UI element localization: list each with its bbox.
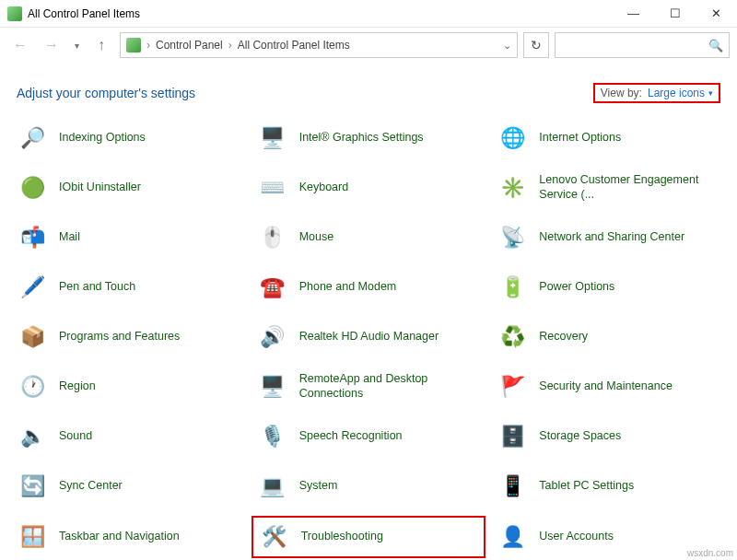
item-indexing-options[interactable]: 🔎Indexing Options (11, 118, 246, 158)
item-label: Network and Sharing Center (539, 230, 684, 245)
item-label: Pen and Touch (59, 280, 135, 295)
tablet-pc-icon: 📱 (497, 471, 528, 502)
item-label: Troubleshooting (301, 530, 383, 544)
item-mouse[interactable]: 🖱️Mouse (252, 217, 486, 258)
view-by-value[interactable]: Large icons (648, 87, 705, 99)
mail-icon: 📬 (17, 222, 48, 253)
item-label: Keyboard (299, 181, 349, 195)
item-speech-recognition[interactable]: 🎙️Speech Recognition (252, 416, 486, 457)
breadcrumb-sep: › (228, 39, 232, 52)
item-label: Lenovo Customer Engagement Service (... (539, 173, 720, 202)
address-dropdown-icon[interactable]: ⌄ (503, 40, 511, 52)
chevron-down-icon[interactable]: ▾ (708, 88, 713, 98)
iobit-uninstaller-icon: 🟢 (17, 172, 48, 204)
sync-center-icon: 🔄 (17, 471, 48, 502)
mouse-icon: 🖱️ (257, 222, 288, 253)
lenovo-customer-icon: ✳️ (497, 172, 528, 204)
item-label: Storage Spaces (539, 429, 621, 444)
item-mail[interactable]: 📬Mail (11, 217, 246, 258)
item-label: Mail (59, 230, 80, 245)
item-remoteapp[interactable]: 🖥️RemoteApp and Desktop Connections (252, 367, 486, 407)
programs-features-icon: 📦 (17, 321, 48, 353)
power-options-icon: 🔋 (497, 272, 528, 303)
close-button[interactable]: ✕ (696, 0, 737, 27)
item-label: Sound (59, 429, 92, 444)
intel-graphics-icon: 🖥️ (257, 122, 288, 154)
item-iobit-uninstaller[interactable]: 🟢IObit Uninstaller (11, 168, 246, 208)
view-by-control[interactable]: View by: Large icons ▾ (593, 83, 720, 103)
back-button[interactable]: ← (7, 32, 33, 58)
search-box[interactable]: 🔍 (555, 32, 730, 58)
item-troubleshooting[interactable]: 🛠️Troubleshooting (252, 516, 486, 558)
content-header: Adjust your computer's settings View by:… (0, 63, 737, 118)
sound-icon: 🔈 (17, 421, 48, 452)
breadcrumb-sep: › (146, 39, 150, 52)
item-label: RemoteApp and Desktop Connections (299, 372, 481, 401)
item-internet-options[interactable]: 🌐Internet Options (491, 118, 726, 158)
item-region[interactable]: 🕐Region (11, 367, 246, 407)
keyboard-icon: ⌨️ (257, 172, 288, 204)
up-button[interactable]: ↑ (88, 32, 114, 58)
taskbar-navigation-icon: 🪟 (17, 521, 48, 553)
item-recovery[interactable]: ♻️Recovery (491, 317, 726, 357)
item-label: Security and Maintenance (539, 379, 673, 394)
item-intel-graphics[interactable]: 🖥️Intel® Graphics Settings (252, 118, 486, 158)
address-bar[interactable]: › Control Panel › All Control Panel Item… (120, 32, 518, 58)
item-label: Tablet PC Settings (539, 479, 634, 494)
item-tablet-pc[interactable]: 📱Tablet PC Settings (491, 466, 726, 507)
item-label: Sync Center (59, 479, 123, 494)
window-buttons: — ☐ ✕ (613, 0, 737, 27)
breadcrumb-control-panel[interactable]: Control Panel (156, 39, 223, 52)
user-accounts-icon: 👤 (497, 521, 528, 553)
item-label: Indexing Options (59, 131, 146, 146)
item-power-options[interactable]: 🔋Power Options (491, 267, 726, 308)
item-programs-features[interactable]: 📦Programs and Features (11, 317, 246, 357)
item-sound[interactable]: 🔈Sound (11, 416, 246, 457)
item-label: Programs and Features (59, 330, 180, 344)
item-label: Realtek HD Audio Manager (299, 330, 439, 344)
item-storage-spaces[interactable]: 🗄️Storage Spaces (491, 416, 726, 457)
item-label: Recovery (539, 330, 588, 344)
search-icon[interactable]: 🔍 (708, 39, 723, 52)
item-label: Taskbar and Navigation (59, 530, 180, 544)
speech-recognition-icon: 🎙️ (257, 421, 288, 452)
region-icon: 🕐 (17, 371, 48, 402)
security-maintenance-icon: 🚩 (497, 371, 528, 402)
items-grid: 🔎Indexing Options🖥️Intel® Graphics Setti… (0, 118, 737, 560)
item-realtek-audio[interactable]: 🔊Realtek HD Audio Manager (252, 317, 486, 357)
search-input[interactable] (561, 39, 708, 52)
item-security-maintenance[interactable]: 🚩Security and Maintenance (491, 367, 726, 407)
item-network-sharing[interactable]: 📡Network and Sharing Center (491, 217, 726, 258)
item-label: IObit Uninstaller (59, 181, 141, 195)
item-system[interactable]: 💻System (252, 466, 486, 507)
watermark: wsxdn.com (687, 548, 733, 558)
item-lenovo-customer[interactable]: ✳️Lenovo Customer Engagement Service (..… (491, 168, 726, 208)
view-by-label: View by: (601, 87, 642, 99)
network-sharing-icon: 📡 (497, 222, 528, 253)
system-icon: 💻 (257, 471, 288, 502)
control-panel-icon (126, 38, 141, 52)
item-taskbar-navigation[interactable]: 🪟Taskbar and Navigation (11, 516, 246, 558)
item-label: User Accounts (539, 530, 614, 544)
refresh-button[interactable]: ↻ (523, 32, 549, 58)
toolbar: ← → ▾ ↑ › Control Panel › All Control Pa… (0, 28, 737, 63)
indexing-options-icon: 🔎 (17, 122, 48, 154)
history-dropdown[interactable]: ▾ (70, 32, 83, 58)
maximize-button[interactable]: ☐ (654, 0, 696, 27)
titlebar: All Control Panel Items — ☐ ✕ (0, 0, 737, 28)
window-title: All Control Panel Items (28, 7, 613, 20)
breadcrumb-all-items[interactable]: All Control Panel Items (238, 39, 350, 52)
remoteapp-icon: 🖥️ (257, 371, 288, 402)
item-phone-modem[interactable]: ☎️Phone and Modem (252, 267, 486, 308)
item-keyboard[interactable]: ⌨️Keyboard (252, 168, 486, 208)
item-label: Intel® Graphics Settings (299, 131, 424, 146)
realtek-audio-icon: 🔊 (257, 321, 288, 353)
storage-spaces-icon: 🗄️ (497, 421, 528, 452)
forward-button[interactable]: → (39, 32, 64, 58)
phone-modem-icon: ☎️ (257, 272, 288, 303)
item-pen-touch[interactable]: 🖊️Pen and Touch (11, 267, 246, 308)
minimize-button[interactable]: — (613, 0, 654, 27)
item-sync-center[interactable]: 🔄Sync Center (11, 466, 246, 507)
item-label: Power Options (539, 280, 614, 295)
pen-touch-icon: 🖊️ (17, 272, 48, 303)
